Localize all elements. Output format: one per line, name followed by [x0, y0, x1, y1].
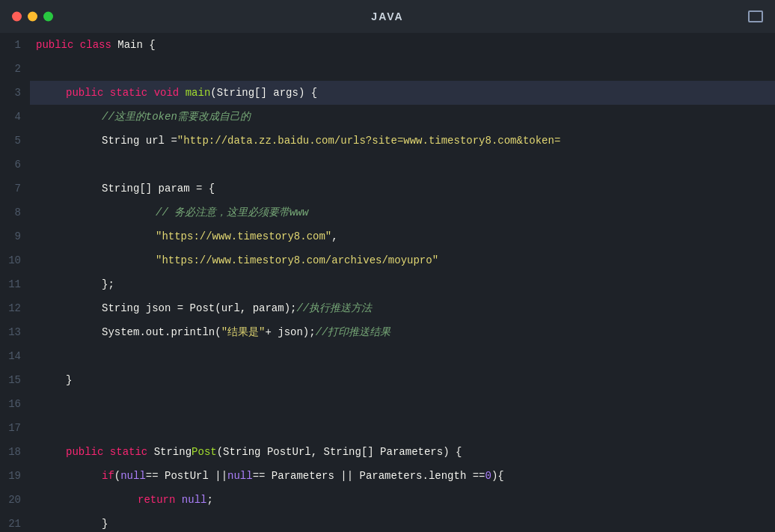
line-num-9: 9	[0, 224, 30, 248]
line-num-3: 3	[0, 81, 30, 105]
code-line-4: //这里的token需要改成自己的	[30, 105, 775, 129]
code-line-19: if(null == PostUrl || null == Parameters…	[30, 464, 775, 488]
code-line-2	[30, 57, 775, 81]
line-num-4: 4	[0, 105, 30, 129]
line-num-5: 5	[0, 129, 30, 153]
code-content: public class Main { public static void m…	[30, 33, 775, 532]
line-num-10: 10	[0, 248, 30, 272]
code-line-10: "https://www.timestory8.com/archives/moy…	[30, 248, 775, 272]
line-num-12: 12	[0, 296, 30, 320]
green-light[interactable]	[43, 12, 53, 22]
code-area: 1 2 3 4 5 6 7 8 9 10 11 12 13 14 15 16 1…	[0, 33, 775, 532]
line-num-18: 18	[0, 440, 30, 464]
code-line-3: public static void main(String[] args) {	[30, 81, 775, 105]
code-line-9: "https://www.timestory8.com",	[30, 224, 775, 248]
red-light[interactable]	[12, 12, 22, 22]
code-line-1: public class Main {	[30, 33, 775, 57]
code-line-6	[30, 153, 775, 177]
code-line-12: String json = Post(url, param);//执行推送方法	[30, 296, 775, 320]
window-title: JAVA	[371, 10, 403, 22]
line-num-20: 20	[0, 488, 30, 512]
line-num-8: 8	[0, 201, 30, 224]
code-line-7: String[] param = {	[30, 177, 775, 201]
code-line-14	[30, 344, 775, 368]
line-num-13: 13	[0, 320, 30, 344]
line-num-16: 16	[0, 392, 30, 416]
line-num-11: 11	[0, 272, 30, 296]
line-num-7: 7	[0, 177, 30, 201]
line-numbers: 1 2 3 4 5 6 7 8 9 10 11 12 13 14 15 16 1…	[0, 33, 30, 532]
line-num-2: 2	[0, 57, 30, 81]
code-line-21: }	[30, 512, 775, 532]
code-line-8: // 务必注意，这里必须要带www	[30, 201, 775, 224]
line-num-17: 17	[0, 416, 30, 440]
window-icon	[748, 10, 763, 22]
code-line-20: return null;	[30, 488, 775, 512]
code-line-13: System.out.println("结果是" + json); //打印推送…	[30, 320, 775, 344]
code-line-16	[30, 392, 775, 416]
line-num-21: 21	[0, 512, 30, 532]
code-line-15: }	[30, 368, 775, 392]
code-line-18: public static String Post(String PostUrl…	[30, 440, 775, 464]
line-num-1: 1	[0, 33, 30, 57]
code-line-11: };	[30, 272, 775, 296]
yellow-light[interactable]	[28, 12, 37, 22]
line-num-14: 14	[0, 344, 30, 368]
code-line-17	[30, 416, 775, 440]
code-line-5: String url = "http://data.zz.baidu.com/u…	[30, 129, 775, 153]
line-num-6: 6	[0, 153, 30, 177]
title-bar: JAVA	[0, 0, 775, 33]
line-num-15: 15	[0, 368, 30, 392]
line-num-19: 19	[0, 464, 30, 488]
traffic-lights	[12, 12, 53, 22]
